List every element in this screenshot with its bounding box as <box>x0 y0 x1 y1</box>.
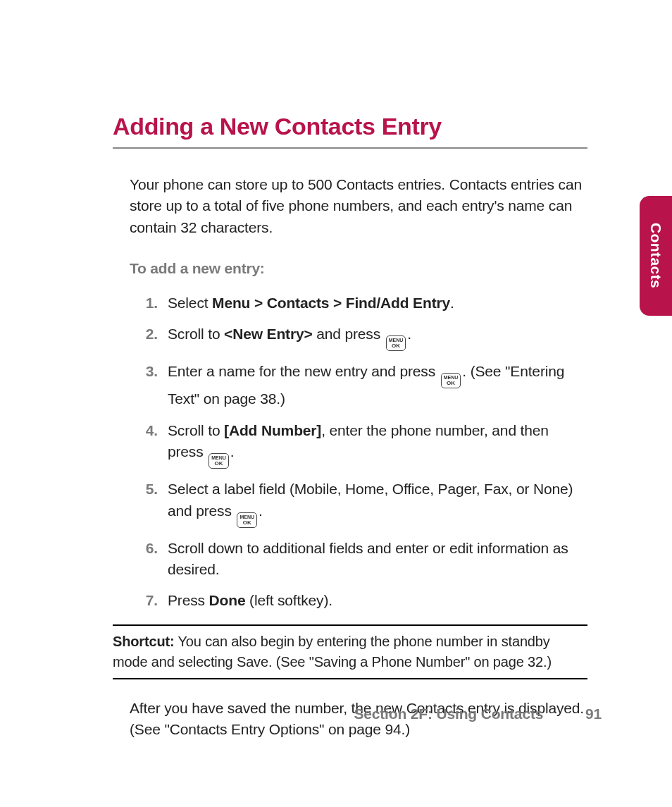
step-item: 2.Scroll to <New Entry> and press MENUOK… <box>130 324 587 351</box>
step-number: 2. <box>130 324 168 351</box>
manual-page: Contacts Adding a New Contacts Entry You… <box>0 0 672 807</box>
step-bold-text: Menu > Contacts > Find/Add Entry <box>212 295 450 311</box>
step-number: 5. <box>130 479 168 527</box>
footer-section-label: Section 2F: Using Contacts <box>354 706 543 722</box>
step-list: 1.Select Menu > Contacts > Find/Add Entr… <box>130 292 587 612</box>
step-item: 4.Scroll to [Add Number], enter the phon… <box>130 420 587 469</box>
section-tab-label: Contacts <box>647 223 664 288</box>
step-item: 7.Press Done (left softkey). <box>130 590 587 611</box>
step-text: Select Menu > Contacts > Find/Add Entry. <box>168 292 587 314</box>
intro-paragraph: Your phone can store up to 500 Contacts … <box>130 174 587 238</box>
step-text: Scroll down to additional fields and ent… <box>168 538 587 581</box>
step-text: Scroll to [Add Number], enter the phone … <box>168 420 587 469</box>
step-number: 6. <box>130 538 168 581</box>
step-number: 1. <box>130 292 168 314</box>
menu-ok-key-icon: MENUOK <box>237 512 257 528</box>
step-item: 5.Select a label field (Mobile, Home, Of… <box>130 479 587 527</box>
step-number: 3. <box>130 361 168 409</box>
menu-ok-key-icon: MENUOK <box>386 335 406 351</box>
shortcut-label: Shortcut: <box>113 634 174 649</box>
step-bold-text: [Add Number] <box>224 422 321 438</box>
content-body: Your phone can store up to 500 Contacts … <box>113 174 587 741</box>
step-bold-text: Done <box>209 592 246 608</box>
title-divider <box>113 147 587 149</box>
menu-ok-key-icon: MENUOK <box>209 453 229 469</box>
step-bold-text: <New Entry> <box>224 326 312 342</box>
procedure-subhead: To add a new entry: <box>130 258 587 279</box>
shortcut-note: Shortcut: You can also begin by entering… <box>113 624 587 679</box>
step-text: Scroll to <New Entry> and press MENUOK. <box>168 324 587 351</box>
step-text: Enter a name for the new entry and press… <box>168 361 587 409</box>
step-item: 3.Enter a name for the new entry and pre… <box>130 361 587 409</box>
step-number: 7. <box>130 590 168 611</box>
section-tab-contacts: Contacts <box>640 196 672 316</box>
page-footer: Section 2F: Using Contacts 91 <box>354 706 602 722</box>
footer-page-number: 91 <box>585 706 602 722</box>
step-text: Press Done (left softkey). <box>168 590 587 611</box>
menu-ok-key-icon: MENUOK <box>441 373 461 388</box>
step-item: 1.Select Menu > Contacts > Find/Add Entr… <box>130 292 587 314</box>
step-number: 4. <box>130 420 168 469</box>
step-text: Select a label field (Mobile, Home, Offi… <box>168 479 587 527</box>
page-title: Adding a New Contacts Entry <box>113 113 587 140</box>
step-item: 6.Scroll down to additional fields and e… <box>130 538 587 581</box>
shortcut-text: You can also begin by entering the phone… <box>113 634 552 670</box>
